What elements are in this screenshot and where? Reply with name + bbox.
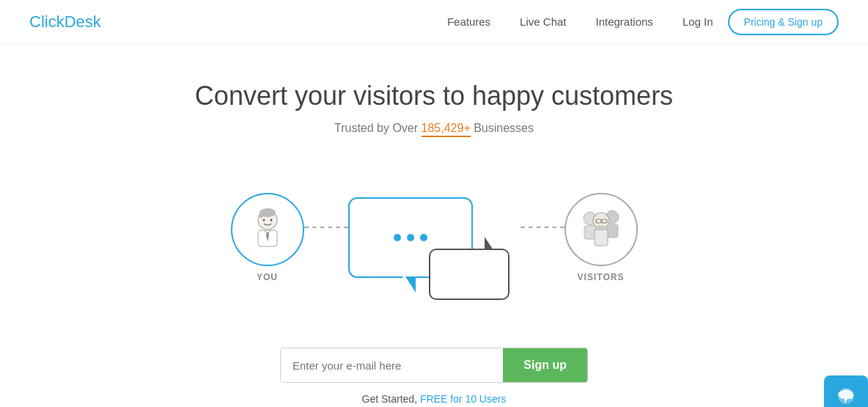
nav-features[interactable]: Features <box>447 15 490 28</box>
dash-line-right <box>521 227 564 228</box>
signup-form: Sign up <box>280 348 588 383</box>
visitors-label: VISITORS <box>578 272 625 282</box>
subtitle-prefix: Trusted by Over <box>334 122 422 134</box>
you-person: YOU <box>231 193 304 282</box>
visitors-avatar-circle <box>564 193 638 266</box>
navbar: ClickDesk Features Live Chat Integration… <box>0 0 868 44</box>
pricing-signup-button[interactable]: Pricing & Sign up <box>728 9 839 35</box>
svg-point-3 <box>262 219 265 221</box>
hero-title: Convert your visitors to happy customers <box>15 81 853 111</box>
visitors-avatar-svg <box>575 204 627 255</box>
reply-bubble <box>429 249 510 300</box>
subtitle-highlight: 185,429+ <box>422 122 471 137</box>
illustration-section: YOU <box>0 172 868 304</box>
chat-widget-hint[interactable] <box>824 375 868 407</box>
dot-3 <box>420 234 427 241</box>
chat-widget-icon <box>834 386 858 407</box>
you-avatar-circle <box>231 193 304 266</box>
svg-rect-15 <box>595 230 608 246</box>
logo-highlight: Click <box>29 12 65 31</box>
hero-section: Convert your visitors to happy customers… <box>0 44 868 157</box>
get-started-prefix: Get Started, <box>362 393 420 405</box>
email-input[interactable] <box>281 348 503 382</box>
signup-section: Sign up Get Started, FREE for 10 Users <box>0 326 868 407</box>
chat-dots <box>394 234 427 241</box>
brand-logo[interactable]: ClickDesk <box>29 12 101 32</box>
dot-1 <box>394 234 401 241</box>
dash-line-left <box>304 227 348 228</box>
signup-button[interactable]: Sign up <box>503 348 587 382</box>
chat-bubble-wrapper <box>348 197 473 278</box>
svg-point-4 <box>270 219 272 221</box>
svg-rect-2 <box>260 213 263 218</box>
nav-links: Features Live Chat Integrations <box>447 15 653 28</box>
subtitle-suffix: Businesses <box>471 122 534 134</box>
dot-2 <box>407 234 414 241</box>
visitors-person: VISITORS <box>564 193 638 282</box>
you-avatar-svg <box>242 204 293 255</box>
you-label: YOU <box>257 272 278 282</box>
bubble-tail-inner <box>402 276 411 290</box>
login-link[interactable]: Log In <box>683 15 713 28</box>
hero-subtitle: Trusted by Over 185,429+ Businesses <box>15 122 853 135</box>
get-started-text: Get Started, FREE for 10 Users <box>362 393 507 405</box>
nav-integrations[interactable]: Integrations <box>595 15 652 28</box>
nav-live-chat[interactable]: Live Chat <box>520 15 566 28</box>
free-link[interactable]: FREE for 10 Users <box>420 393 506 405</box>
logo-text: Desk <box>65 12 101 31</box>
